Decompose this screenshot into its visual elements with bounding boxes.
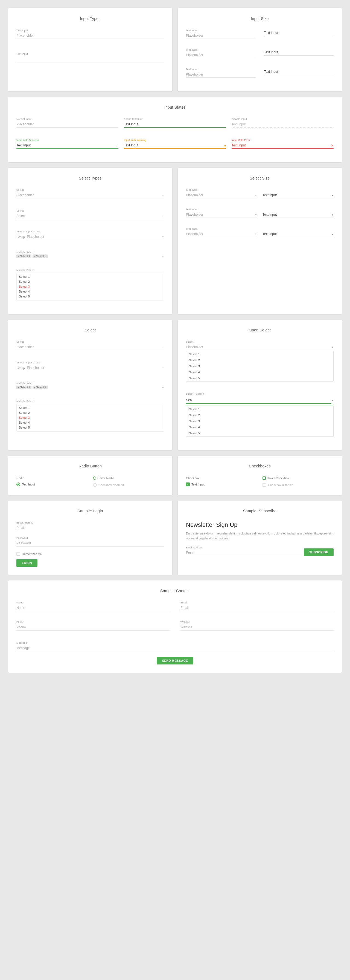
sc-list-3[interactable]: Select 3 [17, 415, 164, 420]
ss-select-2a[interactable]: Placeholder [186, 212, 257, 218]
ss-select-3b[interactable]: Text Input [263, 231, 334, 237]
sc-multi-tags[interactable]: × Select 1 × Select 2 [16, 386, 164, 389]
warning-input-label: Input With Warning [124, 139, 226, 142]
list-opt-4[interactable]: Select 4 [17, 289, 164, 294]
success-input-label: Input With Success [16, 139, 119, 142]
normal-input-label: Normal Input [16, 118, 119, 121]
sc-group-prefix: Group [16, 366, 25, 371]
os-select1-trigger[interactable]: Placeholder ▼ [186, 344, 334, 350]
sc-list-4[interactable]: Select 4 [17, 420, 164, 425]
size-input-1[interactable] [186, 33, 256, 39]
input-type-text-input[interactable] [16, 33, 164, 39]
error-input[interactable] [231, 142, 334, 149]
os-select1-label: Select [186, 340, 334, 343]
cb-checked-box[interactable]: ✓ [186, 482, 190, 486]
contact-message-group: Message [16, 641, 334, 651]
group-select-wrapper: Placeholder ▼ [27, 234, 164, 240]
warning-input[interactable] [124, 142, 226, 149]
focus-input[interactable] [124, 121, 226, 128]
os-search-wrapper: ▼ Select 1 Select 2 Select 3 Select 4 Se… [186, 396, 334, 436]
size-input-r3[interactable] [264, 69, 334, 75]
radio-checked-circle[interactable] [16, 482, 20, 486]
open-select-card: Open Select Select Placeholder ▼ Select … [178, 320, 342, 450]
os-opt-1[interactable]: Select 1 [186, 351, 333, 357]
success-icon: ✓ [116, 144, 119, 148]
contact-name-input[interactable] [16, 605, 169, 611]
cb-col1-header: Checkbox [186, 476, 257, 480]
login-email-input[interactable] [16, 525, 164, 531]
os-sopt-2[interactable]: Select 2 [186, 412, 333, 418]
hover-radio-label: Hover Radio [97, 476, 114, 480]
open-select-title: Open Select [186, 328, 334, 332]
list-opt-2[interactable]: Select 2 [17, 279, 164, 284]
send-message-button[interactable]: SEND MESSAGE [157, 657, 193, 665]
size-input-3[interactable] [186, 72, 256, 78]
sc-multi-tags-label: Multiple Select [16, 382, 164, 385]
os-opt-2[interactable]: Select 2 [186, 357, 333, 363]
select-card: Select Select Placeholder ▼ Select - Inp… [8, 320, 172, 450]
normal-input[interactable] [16, 121, 119, 127]
contact-phone-input[interactable] [16, 624, 169, 630]
input-type-text2-field: Text Input [16, 52, 164, 62]
sc-select1[interactable]: Placeholder [16, 344, 164, 350]
sc-list-5[interactable]: Select 5 [17, 425, 164, 430]
success-input[interactable] [16, 142, 119, 149]
subscribe-email-input[interactable] [186, 550, 301, 556]
subscribe-button[interactable]: SUBSCRIBE [304, 549, 334, 556]
multi-select-tags[interactable]: × Select 1 × Select 2 [16, 255, 164, 258]
hover-radio-circle [93, 476, 96, 480]
ss-select-2b[interactable]: Text Input [263, 212, 334, 218]
remember-checkbox[interactable] [16, 552, 20, 556]
select-size-card: Select Size Text Input Placeholder ▼ Tex… [178, 168, 342, 314]
size-input-r2[interactable] [264, 49, 334, 56]
input-type-text-label: Text Input [16, 29, 164, 32]
tag-1: × Select 1 [16, 255, 32, 258]
size-label-1: Text Input [186, 29, 256, 32]
login-button[interactable]: LOGIN [16, 559, 38, 567]
size-input-2[interactable] [186, 52, 256, 58]
os-search-input[interactable] [186, 397, 331, 404]
select-size-title: Select Size [186, 176, 334, 180]
ss-select-1a[interactable]: Placeholder [186, 192, 257, 199]
cb-col2-header: Hover Checkbox [263, 476, 334, 480]
login-title: Sample: Login [16, 509, 164, 513]
os-search-trigger[interactable]: ▼ [186, 396, 334, 405]
group-select[interactable]: Placeholder [27, 234, 164, 240]
select-type-2[interactable]: Select [16, 213, 164, 219]
list-opt-3[interactable]: Select 3 [17, 284, 164, 289]
ss-select-3a[interactable]: Placeholder [186, 231, 257, 237]
sc-multi-list: Select 1 Select 2 Select 3 Select 4 Sele… [16, 404, 164, 431]
os-opt-3[interactable]: Select 3 [186, 363, 333, 369]
input-types-card: Input Types Text Input Text Input [8, 8, 172, 91]
radio-disabled-row: Checkbox disabled [93, 483, 164, 487]
ss-select-1b[interactable]: Text Input [263, 192, 334, 199]
contact-website-input[interactable] [181, 624, 334, 630]
os-sopt-5[interactable]: Select 5 [186, 430, 333, 436]
size-input-r1[interactable] [264, 30, 334, 36]
os-opt-5[interactable]: Select 5 [186, 375, 333, 381]
list-opt-1[interactable]: Select 1 [17, 274, 164, 279]
radio-disabled-circle [93, 483, 97, 487]
select-types-card: Select Types Select Placeholder ▼ Select… [8, 168, 172, 314]
sc-group-select[interactable]: Placeholder [27, 365, 164, 371]
os-search-group: Select - Search ▼ Select 1 Select 2 Sele… [186, 393, 334, 436]
sc-group-group: Select - Input Group Group Placeholder ▼ [16, 361, 164, 371]
login-password-input[interactable] [16, 540, 164, 547]
input-type-text2-input[interactable] [16, 56, 164, 62]
sc-group-select-wrapper: Placeholder ▼ [27, 365, 164, 371]
sc-list-1[interactable]: Select 1 [17, 405, 164, 410]
sc-select1-group: Select Placeholder ▼ [16, 340, 164, 350]
radio-col1-header: Radio [16, 476, 87, 480]
select-type-1[interactable]: Placeholder [16, 192, 164, 199]
os-opt-4[interactable]: Select 4 [186, 369, 333, 375]
list-opt-5[interactable]: Select 5 [17, 294, 164, 299]
contact-email-input[interactable] [181, 605, 334, 611]
sc-list-2[interactable]: Select 2 [17, 410, 164, 415]
os-sopt-3[interactable]: Select 3 [186, 418, 333, 424]
multi-select-list: Select 1 Select 2 Select 3 Select 4 Sele… [16, 272, 164, 301]
os-dropdown-1: Select 1 Select 2 Select 3 Select 4 Sele… [186, 351, 334, 382]
contact-message-input[interactable] [16, 645, 334, 651]
sc-multi-wrapper: × Select 1 × Select 2 ▼ [16, 386, 164, 389]
os-sopt-1[interactable]: Select 1 [186, 406, 333, 412]
os-sopt-4[interactable]: Select 4 [186, 424, 333, 430]
